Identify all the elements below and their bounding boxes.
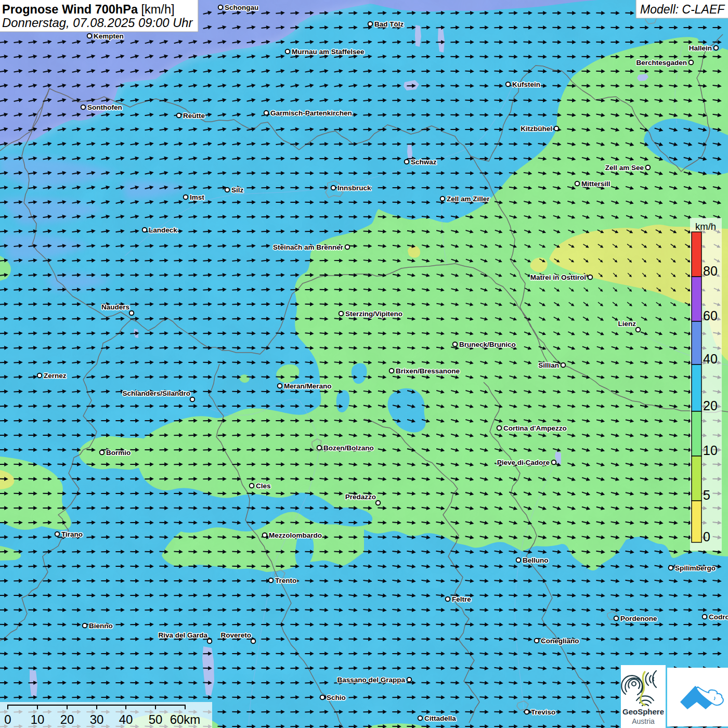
svg-text:Sterzing/Vipiteno: Sterzing/Vipiteno bbox=[345, 310, 402, 318]
svg-text:Mezzolombardo: Mezzolombardo bbox=[269, 531, 322, 539]
svg-text:Predazzo: Predazzo bbox=[345, 493, 376, 501]
svg-text:Pieve di Cadore: Pieve di Cadore bbox=[497, 459, 550, 466]
svg-text:Trento: Trento bbox=[275, 577, 296, 584]
svg-text:Pordenone: Pordenone bbox=[620, 615, 657, 622]
svg-text:Modell: C-LAEF: Modell: C-LAEF bbox=[640, 3, 725, 16]
svg-text:Rovereto: Rovereto bbox=[220, 631, 251, 639]
svg-text:10: 10 bbox=[703, 443, 718, 458]
svg-text:40: 40 bbox=[119, 712, 133, 726]
svg-text:Berchtesgaden: Berchtesgaden bbox=[636, 59, 687, 67]
svg-text:Nauders: Nauders bbox=[101, 303, 129, 311]
svg-text:Prognose Wind 700hPa [km/h]: Prognose Wind 700hPa [km/h] bbox=[2, 3, 174, 16]
svg-text:Spilimbergo: Spilimbergo bbox=[675, 564, 716, 572]
svg-text:Bassano del Grappa: Bassano del Grappa bbox=[337, 676, 405, 684]
svg-text:Schio: Schio bbox=[327, 694, 346, 701]
svg-text:Hallein: Hallein bbox=[689, 44, 712, 52]
svg-text:0: 0 bbox=[703, 529, 710, 544]
svg-text:Innsbruck: Innsbruck bbox=[337, 184, 371, 192]
svg-text:Zernez: Zernez bbox=[44, 372, 67, 380]
svg-text:5: 5 bbox=[703, 488, 710, 502]
svg-text:Landeck: Landeck bbox=[149, 226, 177, 234]
svg-text:50: 50 bbox=[149, 712, 163, 726]
svg-text:20: 20 bbox=[60, 712, 74, 726]
svg-text:Imst: Imst bbox=[190, 193, 204, 201]
svg-text:Bormio: Bormio bbox=[106, 449, 131, 457]
svg-text:Donnerstag, 07.08.2025 09:00 U: Donnerstag, 07.08.2025 09:00 Uhr bbox=[2, 16, 193, 30]
svg-text:Bruneck/Brunico: Bruneck/Brunico bbox=[459, 341, 516, 348]
svg-text:Silz: Silz bbox=[231, 186, 244, 194]
svg-text:Garmisch-Partenkirchen: Garmisch-Partenkirchen bbox=[270, 109, 352, 117]
svg-text:Sonthofen: Sonthofen bbox=[87, 103, 122, 111]
svg-text:Schongau: Schongau bbox=[225, 4, 258, 11]
svg-text:Bienno: Bienno bbox=[89, 622, 113, 630]
svg-text:20: 20 bbox=[703, 398, 718, 413]
svg-text:60km: 60km bbox=[170, 712, 201, 726]
svg-text:Reutte: Reutte bbox=[183, 112, 205, 120]
svg-text:Codroipo: Codroipo bbox=[709, 613, 728, 621]
svg-text:Cles: Cles bbox=[256, 482, 271, 490]
svg-text:Cittadella: Cittadella bbox=[424, 714, 456, 722]
svg-text:60: 60 bbox=[703, 308, 718, 323]
svg-text:Austria: Austria bbox=[632, 717, 655, 725]
svg-text:Sillian: Sillian bbox=[538, 361, 559, 369]
svg-text:Conegliano: Conegliano bbox=[541, 637, 579, 645]
svg-text:Schwaz: Schwaz bbox=[411, 158, 437, 166]
svg-text:Riva del Garda: Riva del Garda bbox=[158, 631, 207, 639]
svg-text:Zell am Ziller: Zell am Ziller bbox=[447, 195, 490, 203]
svg-text:Bozen/Bolzano: Bozen/Bolzano bbox=[323, 444, 374, 452]
svg-text:Steinach am Brenner: Steinach am Brenner bbox=[273, 243, 344, 251]
svg-text:Kitzbühel: Kitzbühel bbox=[521, 125, 552, 133]
svg-text:Brixen/Bressanone: Brixen/Bressanone bbox=[396, 367, 460, 375]
svg-text:Bad Tölz: Bad Tölz bbox=[374, 20, 404, 28]
svg-text:Feltre: Feltre bbox=[452, 595, 471, 603]
svg-text:Murnau am Staffelsee: Murnau am Staffelsee bbox=[292, 48, 365, 56]
svg-text:Tirano: Tirano bbox=[61, 530, 83, 538]
svg-text:Kufstein: Kufstein bbox=[512, 81, 540, 88]
svg-text:Mittersill: Mittersill bbox=[581, 180, 610, 188]
svg-text:40: 40 bbox=[703, 352, 718, 366]
svg-text:Kempten: Kempten bbox=[94, 32, 124, 40]
svg-text:0: 0 bbox=[4, 712, 11, 726]
svg-text:km/h: km/h bbox=[695, 221, 716, 232]
svg-text:30: 30 bbox=[90, 712, 104, 726]
svg-text:10: 10 bbox=[31, 712, 45, 726]
svg-text:Treviso: Treviso bbox=[531, 708, 555, 716]
svg-text:Meran/Merano: Meran/Merano bbox=[284, 382, 332, 390]
svg-text:Cortina d'Ampezzo: Cortina d'Ampezzo bbox=[503, 424, 567, 432]
svg-text:Matrei in Osttirol: Matrei in Osttirol bbox=[530, 274, 586, 281]
svg-text:Schlanders/Silandro: Schlanders/Silandro bbox=[122, 389, 190, 397]
svg-text:GeoSphere: GeoSphere bbox=[622, 707, 664, 716]
svg-text:Zell am See: Zell am See bbox=[605, 164, 644, 172]
svg-text:80: 80 bbox=[703, 264, 718, 278]
svg-text:Lienz: Lienz bbox=[618, 320, 636, 328]
svg-text:Belluno: Belluno bbox=[523, 556, 549, 564]
